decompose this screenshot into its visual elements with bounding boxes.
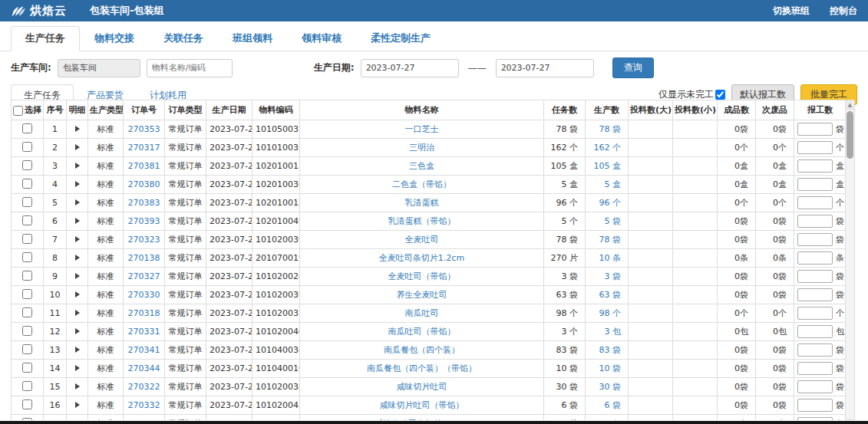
row-material-link[interactable]: 南瓜吐司（带馅） [300, 323, 544, 341]
row-checkbox[interactable] [22, 289, 32, 299]
row-material-link[interactable]: 一口芝士 [300, 120, 544, 139]
row-produced-qty[interactable]: 162 个 [586, 139, 629, 157]
row-checkbox[interactable] [22, 307, 32, 317]
row-order-link[interactable]: 270344 [124, 360, 165, 378]
tab-关联任务[interactable]: 关联任务 [149, 26, 218, 51]
row-produced-qty[interactable]: 96 个 [586, 194, 629, 212]
row-produced-qty[interactable]: 10 袋 [586, 360, 629, 378]
row-order-link[interactable]: 270341 [124, 341, 165, 360]
tab-生产任务[interactable]: 生产任务 [11, 26, 80, 51]
expand-arrow-icon[interactable] [75, 273, 80, 279]
expand-arrow-icon[interactable] [75, 365, 80, 371]
row-order-link[interactable]: 270323 [124, 231, 165, 249]
row-order-link[interactable]: 270318 [124, 304, 165, 323]
row-produced-qty[interactable]: 5 盒 [586, 176, 629, 194]
row-checkbox[interactable] [22, 160, 32, 170]
row-material-link[interactable]: 全麦吐司（带馅） [300, 268, 544, 286]
row-produced-qty[interactable]: 98 个 [586, 304, 629, 323]
row-checkbox[interactable] [22, 252, 32, 262]
date-to-input[interactable] [496, 59, 594, 77]
report-qty-input[interactable] [797, 288, 833, 301]
tab-物料交接[interactable]: 物料交接 [80, 26, 149, 51]
expand-arrow-icon[interactable] [75, 402, 80, 408]
report-qty-input[interactable] [797, 178, 833, 191]
row-material-link[interactable]: 乳清蛋糕 [300, 194, 544, 212]
expand-arrow-icon[interactable] [75, 236, 80, 242]
row-material-link[interactable]: 南瓜餐包（四个装）（带馅） [300, 360, 544, 378]
row-material-link[interactable]: 养生全麦吐司 [300, 286, 544, 304]
row-produced-qty[interactable]: 30 袋 [586, 378, 629, 396]
row-order-link[interactable]: 270383 [124, 194, 165, 212]
row-order-link[interactable]: 270380 [124, 176, 165, 194]
row-order-link[interactable]: 270331 [124, 323, 165, 341]
expand-arrow-icon[interactable] [75, 144, 80, 150]
expand-arrow-icon[interactable] [75, 383, 80, 389]
expand-arrow-icon[interactable] [75, 181, 80, 187]
expand-arrow-icon[interactable] [75, 199, 80, 205]
row-checkbox[interactable] [22, 399, 32, 409]
date-from-input[interactable] [361, 59, 459, 77]
report-qty-input[interactable] [797, 141, 833, 154]
row-checkbox[interactable] [22, 381, 32, 391]
report-qty-input[interactable] [797, 380, 833, 393]
tab-柔性定制生产[interactable]: 柔性定制生产 [356, 26, 445, 51]
row-produced-qty[interactable]: 105 盒 [586, 157, 629, 176]
report-qty-input[interactable] [797, 215, 833, 228]
row-checkbox[interactable] [22, 197, 32, 207]
query-button[interactable]: 查询 [612, 58, 654, 78]
switch-team-link[interactable]: 切换班组 [773, 5, 810, 18]
tab-班组领料[interactable]: 班组领料 [218, 26, 287, 51]
row-produced-qty[interactable]: 5 袋 [586, 212, 629, 231]
report-qty-input[interactable] [797, 417, 833, 420]
row-order-link[interactable]: 270393 [124, 212, 165, 231]
row-material-link[interactable]: 乳清蛋糕（带馅） [300, 212, 544, 231]
expand-arrow-icon[interactable] [75, 255, 80, 261]
report-qty-input[interactable] [797, 362, 833, 375]
row-order-link[interactable]: 270327 [124, 268, 165, 286]
row-checkbox[interactable] [22, 418, 32, 421]
row-produced-qty[interactable]: 10 条 [586, 249, 629, 268]
row-order-link[interactable]: 270332 [124, 396, 165, 415]
scrollbar-thumb[interactable] [847, 111, 853, 159]
report-qty-input[interactable] [797, 123, 833, 136]
report-qty-input[interactable] [797, 233, 833, 246]
only-unfinished-checkbox[interactable] [715, 90, 725, 100]
row-material-link[interactable]: 南瓜吐司 [300, 304, 544, 323]
tab-领料审核[interactable]: 领料审核 [287, 26, 356, 51]
row-order-link[interactable]: 270381 [124, 157, 165, 176]
report-qty-input[interactable] [797, 399, 833, 412]
row-order-link[interactable]: 270353 [124, 120, 165, 139]
row-checkbox[interactable] [22, 271, 32, 281]
row-material-link[interactable]: 南瓜餐包（四个装） [300, 341, 544, 360]
select-all-checkbox[interactable] [13, 106, 23, 116]
report-qty-input[interactable] [797, 343, 833, 357]
row-checkbox[interactable] [22, 344, 32, 354]
row-material-link[interactable]: 全麦吐司条切片1.2cm [300, 249, 544, 268]
row-produced-qty[interactable]: 6 袋 [586, 396, 629, 415]
row-material-link[interactable]: 咸味白吐司条切片1.2cm [300, 415, 544, 421]
row-checkbox[interactable] [22, 363, 32, 373]
row-checkbox[interactable] [22, 326, 32, 336]
row-produced-qty[interactable]: 3 袋 [586, 268, 629, 286]
row-order-link[interactable]: 270330 [124, 286, 165, 304]
report-qty-input[interactable] [797, 270, 833, 283]
scroll-up-icon[interactable]: ▲ [846, 100, 854, 110]
row-produced-qty[interactable]: 83 袋 [586, 341, 629, 360]
row-checkbox[interactable] [22, 234, 32, 244]
row-order-link[interactable]: 270322 [124, 378, 165, 396]
report-qty-input[interactable] [797, 251, 833, 265]
row-checkbox[interactable] [22, 123, 32, 133]
row-produced-qty[interactable]: 63 袋 [586, 286, 629, 304]
row-order-link[interactable]: 270317 [124, 139, 165, 157]
console-link[interactable]: 控制台 [830, 5, 857, 18]
material-search-input[interactable] [147, 59, 233, 77]
vertical-scrollbar[interactable]: ▲ [845, 100, 855, 420]
expand-arrow-icon[interactable] [75, 126, 80, 132]
expand-arrow-icon[interactable] [75, 218, 80, 224]
expand-arrow-icon[interactable] [75, 347, 80, 353]
row-checkbox[interactable] [22, 142, 32, 152]
row-material-link[interactable]: 三色盒 [300, 157, 544, 176]
row-material-link[interactable]: 二色盒（带馅） [300, 176, 544, 194]
row-checkbox[interactable] [22, 179, 32, 189]
report-qty-input[interactable] [797, 307, 833, 320]
